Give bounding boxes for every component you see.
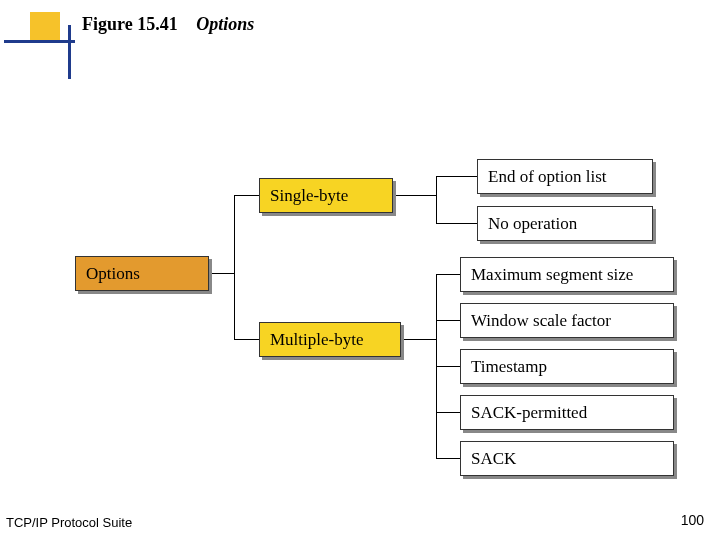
conn — [436, 412, 460, 413]
conn — [404, 339, 436, 340]
conn — [436, 274, 460, 275]
conn — [436, 366, 460, 367]
node-end-of-option: End of option list — [477, 159, 653, 194]
conn — [436, 320, 460, 321]
conn — [212, 273, 234, 274]
footer-left: TCP/IP Protocol Suite — [6, 515, 132, 530]
node-sack-perm: SACK-permitted — [460, 395, 674, 430]
node-timestamp-label: Timestamp — [471, 357, 547, 376]
node-end-of-option-label: End of option list — [488, 167, 607, 186]
conn — [436, 176, 437, 223]
node-options-label: Options — [86, 264, 140, 283]
diagram-canvas: Options Single-byte Multiple-byte End of… — [0, 0, 720, 540]
conn — [234, 339, 259, 340]
node-single-byte-label: Single-byte — [270, 186, 348, 205]
node-no-op: No operation — [477, 206, 653, 241]
conn — [436, 223, 477, 224]
conn — [234, 195, 235, 340]
node-mss-label: Maximum segment size — [471, 265, 633, 284]
node-mss: Maximum segment size — [460, 257, 674, 292]
node-multiple-byte-label: Multiple-byte — [270, 330, 363, 349]
page-number: 100 — [681, 512, 704, 528]
node-options: Options — [75, 256, 209, 291]
node-sack-label: SACK — [471, 449, 516, 468]
conn — [436, 458, 460, 459]
node-sack-perm-label: SACK-permitted — [471, 403, 587, 422]
node-single-byte: Single-byte — [259, 178, 393, 213]
conn — [234, 195, 259, 196]
conn — [436, 176, 477, 177]
conn — [396, 195, 436, 196]
node-sack: SACK — [460, 441, 674, 476]
node-multiple-byte: Multiple-byte — [259, 322, 401, 357]
node-timestamp: Timestamp — [460, 349, 674, 384]
node-wsf-label: Window scale factor — [471, 311, 611, 330]
node-no-op-label: No operation — [488, 214, 577, 233]
node-wsf: Window scale factor — [460, 303, 674, 338]
